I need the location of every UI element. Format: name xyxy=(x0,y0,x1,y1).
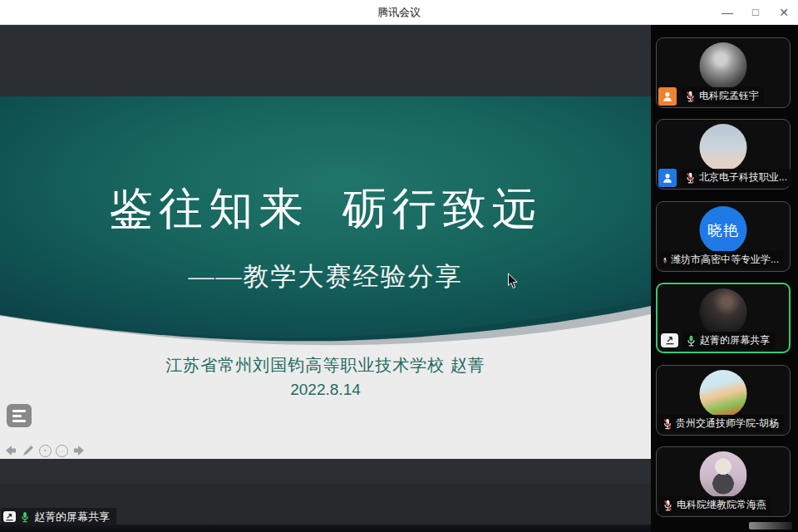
participant-name-bar: 电科院孟钰宇 xyxy=(682,87,764,105)
screen-share-icon xyxy=(3,511,16,522)
avatar-initials: 晓艳 xyxy=(707,220,739,240)
participant-tile[interactable]: 晓艳 潍坊市高密中等专业学... xyxy=(656,201,791,272)
participant-tile-active-speaker[interactable]: 赵菁的屏幕共享 xyxy=(656,283,791,353)
laser-pointer-icon[interactable]: ▪ xyxy=(39,445,52,457)
participant-name-bar: 电科院继教院常海燕 xyxy=(659,496,771,514)
slide-author: 江苏省常州刘国钧高等职业技术学校 赵菁 xyxy=(0,354,651,377)
participant-tile[interactable]: 贵州交通技师学院-胡杨 xyxy=(656,365,791,436)
mic-muted-icon xyxy=(663,418,672,430)
presenter-toolbar: ▪ ... xyxy=(4,444,86,457)
avatar xyxy=(700,42,747,90)
participant-name: 电科院继教院常海燕 xyxy=(677,498,766,512)
pen-tool-icon[interactable] xyxy=(22,444,35,457)
minimize-button[interactable]: — xyxy=(713,0,741,25)
maximize-button[interactable]: □ xyxy=(741,0,770,25)
mic-on-icon xyxy=(686,335,697,347)
participant-name: 潍坊市高密中等专业学... xyxy=(671,253,779,267)
mouse-cursor xyxy=(507,273,519,289)
mic-on-icon xyxy=(20,511,30,523)
slide-navigation-button[interactable] xyxy=(7,404,32,427)
slide-title: 鉴往知来 砺行致远 xyxy=(0,180,651,239)
screen-share-stage: 鉴往知来 砺行致远 ——教学大赛经验分享 江苏省常州刘国钧高等职业技术学校 赵菁… xyxy=(0,25,651,532)
participants-sidebar: 电科院孟钰宇 北京电子科技职业... xyxy=(651,25,798,532)
close-button[interactable]: ✕ xyxy=(770,0,798,25)
slide-subtitle: ——教学大赛经验分享 xyxy=(0,259,651,294)
member-role-icon xyxy=(658,169,677,187)
avatar xyxy=(700,288,747,336)
mic-muted-icon xyxy=(685,172,696,184)
participant-tile[interactable]: 电科院继教院常海燕 xyxy=(656,446,791,517)
more-options-icon[interactable]: ... xyxy=(56,445,68,457)
presentation-slide: 鉴往知来 砺行致远 ——教学大赛经验分享 江苏省常州刘国钧高等职业技术学校 赵菁… xyxy=(0,96,651,459)
participant-name: 赵菁的屏幕共享 xyxy=(700,333,770,347)
participant-name: 贵州交通技师学院-胡杨 xyxy=(676,416,779,431)
participant-name-bar: 潍坊市高密中等专业学... xyxy=(659,251,784,268)
previous-slide-icon[interactable] xyxy=(4,444,17,457)
participant-tile[interactable]: 北京电子科技职业... xyxy=(656,119,791,190)
participant-name-bar: 贵州交通技师学院-胡杨 xyxy=(659,415,784,432)
screen-share-banner: 赵菁的屏幕共享 xyxy=(1,508,116,525)
mic-muted-icon xyxy=(663,500,673,511)
mic-muted-icon xyxy=(685,91,696,102)
participant-name-bar: 赵菁的屏幕共享 xyxy=(682,332,775,349)
window-bottom-edge xyxy=(0,525,651,532)
avatar: 晓艳 xyxy=(700,206,747,254)
screen-share-banner-label: 赵菁的屏幕共享 xyxy=(34,510,110,525)
member-role-icon xyxy=(658,87,677,106)
window-title: 腾讯会议 xyxy=(0,0,798,25)
mic-muted-icon xyxy=(663,254,667,266)
participant-tile[interactable]: 电科院孟钰宇 xyxy=(656,37,791,108)
participant-name-bar: 北京电子科技职业... xyxy=(682,169,792,186)
sidebar-scrollbar[interactable] xyxy=(749,522,792,530)
slide-date: 2022.8.14 xyxy=(0,381,651,399)
avatar xyxy=(700,370,747,417)
avatar xyxy=(700,124,747,171)
participant-name: 电科院孟钰宇 xyxy=(699,89,759,103)
next-slide-icon[interactable] xyxy=(72,444,86,457)
avatar xyxy=(700,451,747,499)
participant-name: 北京电子科技职业... xyxy=(699,170,787,185)
meeting-window: 腾讯会议 — □ ✕ 鉴往知来 砺行致远 xyxy=(0,0,798,532)
titlebar[interactable]: 腾讯会议 — □ ✕ xyxy=(0,0,798,25)
screen-share-icon xyxy=(661,333,678,347)
